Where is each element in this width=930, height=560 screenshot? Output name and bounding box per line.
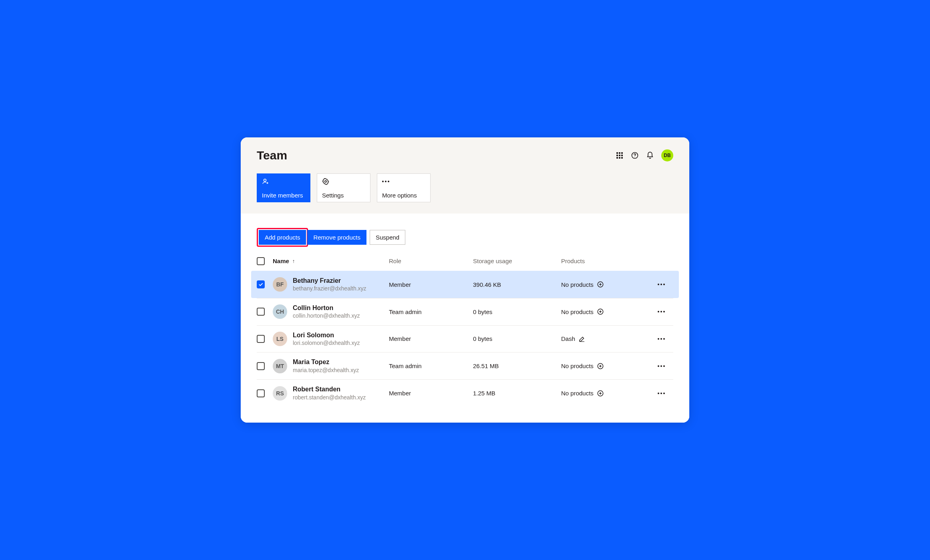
products-cell[interactable]: No products: [561, 390, 649, 397]
svg-point-3: [325, 180, 327, 182]
svg-point-2: [264, 179, 266, 181]
row-more-actions[interactable]: [649, 393, 673, 394]
invite-members-card[interactable]: Invite members: [257, 173, 310, 202]
more-icon: [658, 365, 665, 367]
add-product-icon[interactable]: [597, 281, 604, 288]
user-avatar[interactable]: DB: [661, 149, 673, 161]
panel-body: Add products Remove products Suspend Nam…: [241, 214, 689, 423]
column-name-label: Name: [273, 258, 289, 264]
apps-grid-icon[interactable]: [616, 151, 624, 159]
row-checkbox[interactable]: [257, 389, 265, 397]
header-toolbar: DB: [616, 149, 673, 161]
settings-label: Settings: [322, 192, 365, 199]
table-header-row: Name ↑ Role Storage usage Products: [257, 255, 673, 271]
help-icon[interactable]: [631, 151, 639, 159]
member-email: bethany.frazier@dxhealth.xyz: [293, 285, 366, 292]
svg-point-1: [634, 157, 635, 157]
member-role: Member: [389, 335, 473, 342]
member-email: maria.topez@dxhealth.xyz: [293, 367, 359, 374]
column-products[interactable]: Products: [561, 258, 649, 264]
products-label: No products: [561, 363, 594, 369]
member-avatar: RS: [273, 386, 287, 401]
add-products-button[interactable]: Add products: [259, 230, 306, 245]
more-icon: [658, 311, 665, 312]
team-admin-panel: Team DB Invite members: [241, 137, 689, 423]
select-all-checkbox[interactable]: [257, 257, 265, 265]
invite-icon: [262, 178, 305, 185]
storage-usage: 0 bytes: [473, 335, 561, 342]
more-icon: [658, 393, 665, 394]
member-role: Team admin: [389, 308, 473, 315]
add-product-icon[interactable]: [597, 363, 604, 370]
row-checkbox[interactable]: [257, 335, 265, 343]
member-avatar: LS: [273, 332, 287, 346]
page-title: Team: [257, 149, 287, 162]
member-avatar: CH: [273, 304, 287, 319]
products-label: No products: [561, 281, 594, 288]
products-label: No products: [561, 308, 594, 315]
table-row[interactable]: MTMaria Topezmaria.topez@dxhealth.xyzTea…: [257, 352, 673, 379]
table-row[interactable]: RSRobert Standenrobert.standen@dxhealth.…: [257, 379, 673, 407]
member-avatar: MT: [273, 359, 287, 373]
more-icon: [382, 178, 425, 185]
member-role: Member: [389, 390, 473, 397]
edit-product-icon[interactable]: [578, 335, 586, 342]
member-name: Robert Standen: [293, 385, 366, 394]
products-cell[interactable]: Dash: [561, 335, 649, 342]
member-email: lori.solomon@dxhealth.xyz: [293, 339, 360, 346]
member-avatar: BF: [273, 277, 287, 292]
row-more-actions[interactable]: [649, 284, 673, 285]
row-more-actions[interactable]: [649, 311, 673, 312]
table-row[interactable]: LSLori Solomonlori.solomon@dxhealth.xyzM…: [257, 325, 673, 353]
column-role[interactable]: Role: [389, 258, 473, 264]
table-row[interactable]: BFBethany Frazierbethany.frazier@dxhealt…: [251, 271, 679, 298]
action-cards: Invite members Settings More options: [257, 173, 673, 214]
member-role: Member: [389, 281, 473, 288]
member-role: Team admin: [389, 363, 473, 369]
members-table: Name ↑ Role Storage usage Products BFBet…: [257, 255, 673, 407]
storage-usage: 26.51 MB: [473, 363, 561, 369]
invite-members-label: Invite members: [262, 192, 305, 199]
more-options-card[interactable]: More options: [377, 173, 431, 202]
add-product-icon[interactable]: [597, 308, 604, 315]
panel-header: Team DB Invite members: [241, 137, 689, 214]
storage-usage: 0 bytes: [473, 308, 561, 315]
member-email: robert.standen@dxhealth.xyz: [293, 394, 366, 401]
row-more-actions[interactable]: [649, 365, 673, 367]
sort-ascending-icon: ↑: [292, 258, 295, 264]
column-name[interactable]: Name ↑: [273, 258, 389, 264]
suspend-button[interactable]: Suspend: [370, 230, 405, 245]
products-cell[interactable]: No products: [561, 363, 649, 370]
more-options-label: More options: [382, 192, 425, 199]
member-name: Collin Horton: [293, 304, 360, 312]
row-checkbox[interactable]: [257, 362, 265, 370]
products-cell[interactable]: No products: [561, 281, 649, 288]
column-storage[interactable]: Storage usage: [473, 258, 561, 264]
bulk-actions-bar: Add products Remove products Suspend: [257, 228, 673, 247]
more-icon: [658, 338, 665, 340]
storage-usage: 1.25 MB: [473, 390, 561, 397]
member-name: Maria Topez: [293, 358, 359, 367]
row-checkbox[interactable]: [257, 308, 265, 316]
products-label: No products: [561, 390, 594, 397]
more-icon: [658, 284, 665, 285]
add-products-highlight: Add products: [257, 228, 308, 247]
remove-products-button[interactable]: Remove products: [307, 230, 366, 245]
row-more-actions[interactable]: [649, 338, 673, 340]
storage-usage: 390.46 KB: [473, 281, 561, 288]
products-cell[interactable]: No products: [561, 308, 649, 315]
notifications-icon[interactable]: [646, 151, 654, 159]
member-name: Bethany Frazier: [293, 277, 366, 285]
add-product-icon[interactable]: [597, 390, 604, 397]
member-email: collin.horton@dxhealth.xyz: [293, 312, 360, 319]
member-name: Lori Solomon: [293, 331, 360, 340]
gear-icon: [322, 178, 365, 185]
table-row[interactable]: CHCollin Hortoncollin.horton@dxhealth.xy…: [257, 298, 673, 325]
settings-card[interactable]: Settings: [317, 173, 370, 202]
row-checkbox[interactable]: [257, 280, 265, 288]
products-label: Dash: [561, 335, 575, 342]
